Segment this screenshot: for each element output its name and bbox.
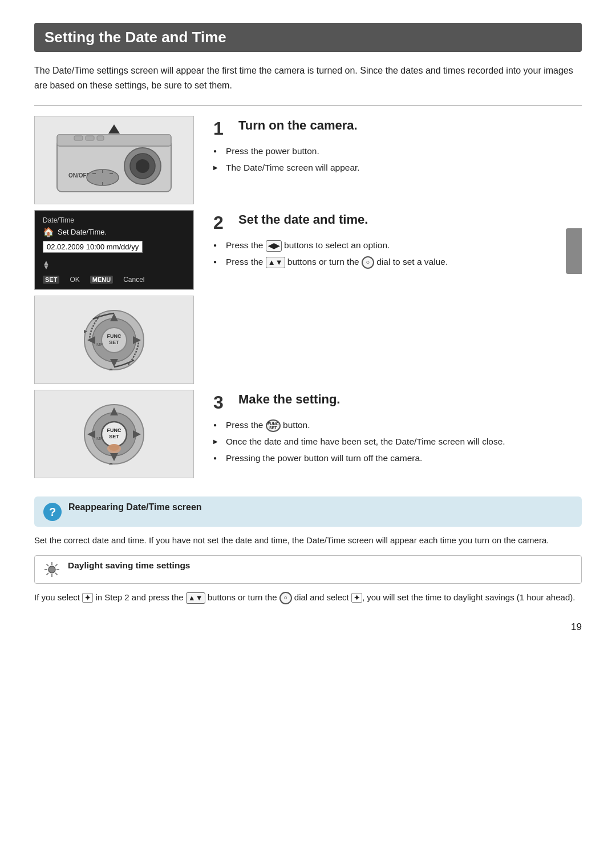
steps-container: ON/OFF (34, 116, 582, 484)
step-2-list: Press the ◀▶ buttons to select an option… (213, 239, 582, 269)
svg-line-47 (55, 564, 58, 567)
step-3-content: 3 Make the setting. Press the FUNCSET bu… (213, 390, 582, 467)
step-3-number: 3 (213, 393, 224, 411)
step-3-bullet-1: Press the FUNCSET button. (213, 418, 582, 433)
func-svg: FUNC SET MF ☁ (77, 397, 151, 471)
info-box-content: Reappearing Date/Time screen (68, 502, 573, 514)
step-1-bullet-2: The Date/Time screen will appear. (213, 161, 582, 175)
set-button-label: SET (43, 276, 59, 284)
step-1-title: 1 Turn on the camera. (213, 118, 582, 138)
daylight-note-content: Daylight saving time settings (68, 560, 573, 572)
step-1-camera-image: ON/OFF (34, 116, 194, 204)
step-2-bullet-1: Press the ◀▶ buttons to select an option… (213, 239, 582, 253)
step-3-title-text: Make the setting. (238, 392, 582, 407)
sun-symbol-1: ✦ (82, 593, 93, 603)
step-3-images: FUNC SET MF ☁ (34, 390, 200, 478)
datetime-screen-label: Date/Time (43, 216, 185, 224)
camera-svg: ON/OFF (51, 123, 177, 197)
svg-line-45 (47, 564, 49, 567)
step-2-bullet-2: Press the ▲▼ buttons or turn the ○ dial … (213, 255, 582, 269)
step-1-number: 1 (213, 119, 224, 138)
func-button-icon: FUNCSET (266, 419, 281, 432)
section-divider (34, 105, 582, 106)
step-3-bullet-3: Pressing the power button will turn off … (213, 451, 582, 466)
lr-buttons-icon: ◀▶ (266, 240, 282, 252)
step-1-images: ON/OFF (34, 116, 200, 204)
step-1-title-text: Turn on the camera. (238, 118, 582, 133)
step-2-title: 2 Set the date and time. (213, 212, 582, 232)
step-2-dpad-image: FUNC SET MF ☁ ▶ (34, 296, 194, 384)
ud-icon-2: ▲▼ (186, 592, 205, 604)
step-1-row: ON/OFF (34, 116, 582, 204)
house-icon: 🏠 (43, 227, 54, 237)
step-2-number: 2 (213, 213, 224, 232)
menu-button-cancel: Cancel (123, 276, 144, 284)
step-2-title-text: Set the date and time. (238, 212, 582, 227)
set-button-ok: OK (70, 276, 79, 284)
svg-rect-14 (97, 136, 104, 140)
sun-symbol-2: ✦ (351, 593, 362, 603)
datetime-screen-icon-row: 🏠 Set Date/Time. (43, 227, 185, 237)
daylight-note-text: If you select ✦ in Step 2 and press the … (34, 591, 582, 604)
svg-text:MF: MF (96, 436, 103, 441)
svg-rect-13 (86, 136, 94, 140)
page-title: Setting the Date and Time (34, 23, 582, 52)
svg-text:MF: MF (96, 342, 103, 347)
datetime-screen-buttons: SET OK MENU Cancel (43, 276, 185, 284)
step-3-title: 3 Make the setting. (213, 392, 582, 411)
dial-icon-2: ○ (279, 592, 292, 604)
dial-icon: ○ (362, 256, 374, 269)
step-3-func-image: FUNC SET MF ☁ (34, 390, 194, 478)
step-3-row: FUNC SET MF ☁ 3 Make the setting. (34, 390, 582, 478)
dpad-svg: FUNC SET MF ☁ ▶ (77, 303, 151, 377)
step-1-list: Press the power button. The Date/Time sc… (213, 144, 582, 175)
step-3-list: Press the FUNCSET button. Once the date … (213, 418, 582, 465)
step-3-bullet-2: Once the date and time have been set, th… (213, 435, 582, 449)
svg-marker-3 (108, 124, 120, 134)
step-1-content: 1 Turn on the camera. Press the power bu… (213, 116, 582, 177)
svg-text:SET: SET (109, 434, 119, 439)
step-2-datetime-screen: Date/Time 🏠 Set Date/Time. 02.02.2009 10… (34, 210, 194, 290)
datetime-screen-set-text: Set Date/Time. (58, 228, 107, 236)
page-number: 19 (34, 621, 582, 633)
info-box-title: Reappearing Date/Time screen (68, 502, 573, 512)
svg-line-46 (55, 573, 58, 575)
svg-text:▶: ▶ (84, 329, 88, 334)
reappearing-info-box: ? Reappearing Date/Time screen (34, 496, 582, 527)
svg-line-48 (47, 573, 49, 575)
daylight-note-title: Daylight saving time settings (68, 560, 573, 571)
sun-icon (43, 560, 61, 579)
daylight-note-box: Daylight saving time settings (34, 555, 582, 584)
step-2-content: 2 Set the date and time. Press the ◀▶ bu… (213, 210, 582, 272)
svg-text:FUNC: FUNC (107, 333, 121, 339)
svg-rect-12 (74, 136, 83, 140)
menu-button-label: MENU (90, 276, 113, 284)
reappearing-info-text: Set the correct date and time. If you ha… (34, 534, 582, 547)
svg-point-37 (109, 444, 119, 451)
question-icon: ? (43, 503, 62, 521)
svg-text:☁: ☁ (108, 461, 113, 466)
step-1-bullet-1: Press the power button. (213, 144, 582, 159)
svg-text:FUNC: FUNC (107, 427, 121, 433)
datetime-screen-value: 02.02.2009 10:00 mm/dd/yy (43, 241, 143, 253)
svg-text:☁: ☁ (108, 366, 113, 372)
svg-point-6 (136, 159, 149, 173)
step-2-row: Date/Time 🏠 Set Date/Time. 02.02.2009 10… (34, 210, 582, 384)
datetime-screen-down-arrow: ▼ (43, 263, 185, 271)
intro-paragraph: The Date/Time settings screen will appea… (34, 63, 582, 92)
ud-buttons-icon: ▲▼ (266, 257, 285, 268)
svg-point-40 (48, 566, 55, 573)
step-2-images: Date/Time 🏠 Set Date/Time. 02.02.2009 10… (34, 210, 200, 384)
daylight-svg (43, 561, 60, 578)
svg-text:SET: SET (109, 340, 119, 345)
